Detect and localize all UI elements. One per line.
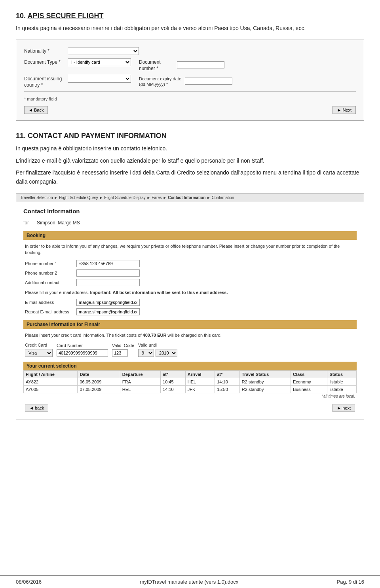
section10-intro: In questa pagina è necessario inserire i… <box>16 24 364 32</box>
docexpiry-label: Document expiry date (dd.MM.yyyy) * <box>139 75 182 87</box>
table-cell: 10:45 <box>161 378 186 385</box>
docnum-label: Document number * <box>139 58 175 72</box>
table-cell: listable <box>327 378 357 385</box>
phone2-input[interactable] <box>76 269 140 277</box>
apis-back-button[interactable]: ◄ Back <box>24 106 48 114</box>
docnum-input[interactable] <box>177 61 224 68</box>
contact-fields: Phone number 1 Phone number 2 Additional… <box>23 260 357 286</box>
phone2-label: Phone number 2 <box>25 271 76 275</box>
section11-body: In questa pagina è obbligatorio inserire… <box>16 144 364 186</box>
breadcrumb: Traveller Selection ► Flight Schedule Qu… <box>16 193 364 202</box>
cc-number-col: Card Number <box>57 343 108 357</box>
nationality-field <box>68 47 139 55</box>
section11-title-text: CONTACT AND PAYMENT INFORMATION <box>28 132 167 140</box>
docissue-label: Document issuing country * <box>24 75 68 88</box>
repeat-email-row: Repeat E-mail address <box>25 308 355 315</box>
booking-header: Booking <box>23 231 357 240</box>
phone2-row: Phone number 2 <box>25 269 355 277</box>
table-row: AY82206.05.2009FRA10:45HEL14:10R2 standb… <box>24 378 357 385</box>
table-cell: 06.05.2009 <box>78 378 120 385</box>
cc-valid-label: Valid. Code <box>112 343 134 348</box>
table-cell: HEL <box>120 385 160 393</box>
additional-row: Additional contact <box>25 279 355 286</box>
phone1-input[interactable] <box>76 260 140 267</box>
col-arrival: Arrival <box>185 370 215 378</box>
table-cell: AY822 <box>24 378 78 385</box>
cc-type-select[interactable]: Visa <box>25 349 53 357</box>
for-value: Simpson, Marge MS <box>37 220 80 226</box>
email-row: E-mail address <box>25 299 355 306</box>
cc-month-select[interactable]: 9 <box>138 349 154 357</box>
additional-label: Additional contact <box>25 280 76 285</box>
cc-card-label: Credit Card <box>25 343 53 347</box>
table-cell: 14:10 <box>215 378 240 385</box>
cc-until-col: Valid until 9 2010 <box>138 343 177 357</box>
cc-until-label: Valid until <box>138 343 177 347</box>
selection-table: Flight / Airline Date Departure at* Arri… <box>23 370 357 393</box>
selection-table-header-row: Flight / Airline Date Departure at* Arri… <box>24 370 357 378</box>
col-flight: Flight / Airline <box>24 370 78 378</box>
apis-next-button[interactable]: ► Next <box>332 106 356 114</box>
phone1-row: Phone number 1 <box>25 260 355 267</box>
footer-date: 08/06/2016 <box>16 579 42 585</box>
booking-section: Booking In order to be able to inform yo… <box>23 231 357 316</box>
col-class: Class <box>291 370 327 378</box>
credit-card-row: Credit Card Visa Card Number Valid. Code <box>23 343 357 357</box>
bottom-nav: ◄ back ► next <box>23 402 357 413</box>
cc-code-input[interactable] <box>112 349 128 357</box>
table-cell: 14:10 <box>161 385 186 393</box>
section11-num: 11. <box>16 132 26 140</box>
cc-date-selects: 9 2010 <box>138 349 177 357</box>
table-cell: 07.05.2009 <box>78 385 120 393</box>
doctype-label: Document Type * <box>24 58 68 66</box>
doctype-row: Document Type * I - Identify card Docume… <box>24 58 356 72</box>
table-cell: listable <box>327 385 357 393</box>
cc-code-col: Valid. Code <box>112 343 134 357</box>
email-fields: E-mail address Repeat E-mail address <box>23 299 357 315</box>
table-cell: Economy <box>291 378 327 385</box>
contact-page-title: Contact Information <box>23 208 357 214</box>
additional-input[interactable] <box>76 279 140 286</box>
col-travel-status: Travel Status <box>239 370 291 378</box>
section11-para3: Per finalizzare l'acquisto è necessario … <box>16 168 364 186</box>
cc-number-label: Card Number <box>57 343 108 348</box>
cc-year-select[interactable]: 2010 <box>156 349 177 357</box>
section11-para2: L'indirizzo e-mail è già valorizzato con… <box>16 156 364 165</box>
contact-back-button[interactable]: ◄ back <box>25 404 48 412</box>
section11-title: 11. CONTACT AND PAYMENT INFORMATION <box>16 132 364 140</box>
table-row: AY00507.05.2009HEL14:10JFK15:50R2 standb… <box>24 385 357 393</box>
docissue-row: Document issuing country * Document expi… <box>24 75 356 88</box>
doctype-field: I - Identify card <box>68 58 131 66</box>
purchase-header: Purchase Information for Finnair <box>23 320 357 329</box>
table-cell: FRA <box>120 378 160 385</box>
times-note: *all times are local. <box>23 393 357 399</box>
repeat-email-input[interactable] <box>76 308 140 315</box>
table-cell: AY005 <box>24 385 78 393</box>
docissue-select[interactable] <box>68 75 131 83</box>
purchase-notice: Please insert your credit card informati… <box>23 332 357 339</box>
for-row: for Simpson, Marge MS <box>23 220 357 226</box>
mandatory-note: * mandatory field <box>24 97 356 101</box>
footer-page-info: Pag. 9 di 16 <box>337 579 364 585</box>
selection-header: Your current selection <box>23 362 357 370</box>
apis-screenshot: Nationality * Document Type * I - Identi… <box>16 40 364 121</box>
apis-form-buttons: ◄ Back ► Next <box>24 106 356 114</box>
table-cell: HEL <box>185 378 215 385</box>
section11-para1: In questa pagina è obbligatorio inserire… <box>16 144 364 153</box>
booking-notice: In order to be able to inform you of any… <box>23 243 357 256</box>
col-date: Date <box>78 370 120 378</box>
contact-next-button[interactable]: ► next <box>332 404 355 412</box>
nationality-select[interactable] <box>68 47 139 55</box>
col-status: Status <box>327 370 357 378</box>
nationality-row: Nationality * <box>24 47 356 55</box>
table-cell: 15:50 <box>215 385 240 393</box>
docexpiry-input[interactable] <box>185 78 232 85</box>
phone1-label: Phone number 1 <box>25 261 76 266</box>
purchase-section: Purchase Information for Finnair Please … <box>23 320 357 357</box>
table-cell: R2 standby <box>239 378 291 385</box>
apis-form: Nationality * Document Type * I - Identi… <box>24 47 356 114</box>
doctype-select[interactable]: I - Identify card <box>68 58 131 66</box>
repeat-email-label: Repeat E-mail address <box>25 309 76 314</box>
email-input[interactable] <box>76 299 140 306</box>
cc-number-input[interactable] <box>57 349 108 357</box>
